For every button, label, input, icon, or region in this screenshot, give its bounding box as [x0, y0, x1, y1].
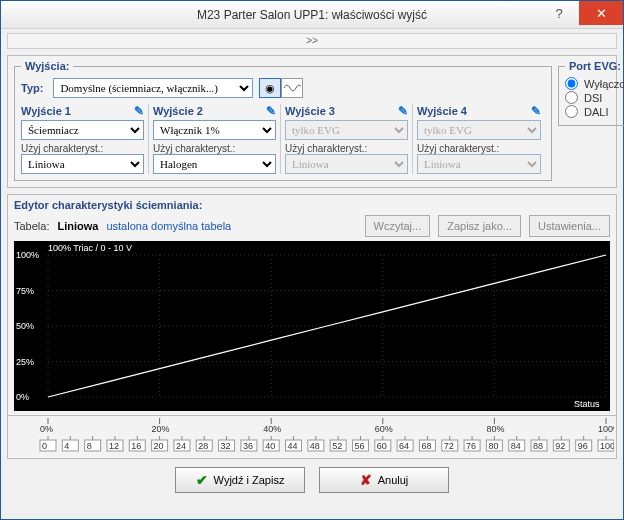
svg-text:0%: 0%	[40, 424, 53, 434]
svg-text:75%: 75%	[16, 286, 34, 296]
svg-text:100: 100	[600, 441, 614, 451]
svg-text:24: 24	[176, 441, 186, 451]
type-select[interactable]: Domyślne (ściemniacz, włącznik...)	[53, 78, 253, 98]
edit-icon[interactable]: ✎	[398, 104, 408, 118]
output-column-1: Wyjście 1✎ŚciemniaczUżyj charakteryst.:L…	[21, 104, 149, 174]
port-option-1[interactable]: DSI	[565, 91, 624, 104]
svg-text:48: 48	[310, 441, 320, 451]
expander-toggle[interactable]: >>	[7, 33, 617, 49]
svg-text:4: 4	[64, 441, 69, 451]
svg-text:44: 44	[288, 441, 298, 451]
output-name: Wyjście 2	[153, 105, 203, 117]
svg-text:25%: 25%	[16, 357, 34, 367]
outputs-legend: Wyjścia:	[21, 60, 73, 72]
port-option-0[interactable]: Wyłączone	[565, 77, 624, 90]
edit-icon[interactable]: ✎	[531, 104, 541, 118]
svg-text:12: 12	[109, 441, 119, 451]
svg-text:80: 80	[488, 441, 498, 451]
mode-icon-wave[interactable]	[281, 78, 303, 98]
output-column-3: Wyjście 3✎tylko EVGUżyj charakteryst.:Li…	[285, 104, 413, 174]
titlebar: M23 Parter Salon UPP1: właściwości wyjść…	[1, 1, 623, 29]
help-button[interactable]: ?	[539, 1, 579, 25]
output-column-4: Wyjście 4✎tylko EVGUżyj charakteryst.:Li…	[417, 104, 545, 174]
cancel-button[interactable]: ✘ Anuluj	[319, 467, 449, 493]
edit-icon[interactable]: ✎	[134, 104, 144, 118]
port-fieldset: Port EVG: WyłączoneDSIDALI	[558, 60, 624, 126]
svg-text:8: 8	[87, 441, 92, 451]
svg-text:60%: 60%	[375, 424, 393, 434]
svg-text:Status: Status	[574, 399, 600, 409]
svg-text:96: 96	[578, 441, 588, 451]
char-label: Użyj charakteryst.:	[153, 143, 276, 154]
svg-text:80%: 80%	[486, 424, 504, 434]
mode-icon-default[interactable]: ◉	[259, 78, 281, 98]
svg-text:76: 76	[466, 441, 476, 451]
svg-text:0%: 0%	[16, 392, 29, 402]
svg-text:16: 16	[131, 441, 141, 451]
output-name: Wyjście 4	[417, 105, 467, 117]
svg-text:40%: 40%	[263, 424, 281, 434]
load-button[interactable]: Wczytaj...	[365, 215, 431, 237]
close-button[interactable]: ✕	[579, 1, 623, 25]
outputs-fieldset: Wyjścia: Typ: Domyślne (ściemniacz, włąc…	[14, 60, 552, 181]
output-char-select[interactable]: Liniowa	[21, 154, 144, 174]
svg-text:20: 20	[154, 441, 164, 451]
type-label: Typ:	[21, 82, 43, 94]
dialog-window: M23 Parter Salon UPP1: właściwości wyjść…	[0, 0, 624, 520]
output-column-2: Wyjście 2✎Włącznik 1%Użyj charakteryst.:…	[153, 104, 281, 174]
settings-button[interactable]: Ustawienia...	[529, 215, 610, 237]
char-label: Użyj charakteryst.:	[21, 143, 144, 154]
svg-text:60: 60	[377, 441, 387, 451]
footer: ✔ Wyjdź i Zapisz ✘ Anuluj	[1, 459, 623, 501]
svg-text:40: 40	[265, 441, 275, 451]
editor-header: Edytor charakterystyki ściemniania:	[14, 199, 610, 211]
check-icon: ✔	[196, 472, 208, 488]
svg-text:20%: 20%	[152, 424, 170, 434]
chart-area: 0%25%50%75%100%100% Triac / 0 - 10 VStat…	[14, 241, 610, 411]
output-mode-select[interactable]: tylko EVG	[417, 120, 541, 140]
svg-text:100%: 100%	[598, 424, 614, 434]
outputs-panel: Wyjścia: Typ: Domyślne (ściemniacz, włąc…	[7, 55, 617, 188]
char-label: Użyj charakteryst.:	[417, 143, 541, 154]
output-char-select[interactable]: Liniowa	[417, 154, 541, 174]
svg-text:32: 32	[221, 441, 231, 451]
svg-text:64: 64	[399, 441, 409, 451]
output-char-select[interactable]: Liniowa	[285, 154, 408, 174]
tabela-name: Liniowa	[57, 220, 98, 232]
output-name: Wyjście 1	[21, 105, 71, 117]
window-title: M23 Parter Salon UPP1: właściwości wyjść	[1, 8, 623, 22]
output-mode-select[interactable]: Włącznik 1%	[153, 120, 276, 140]
svg-text:92: 92	[555, 441, 565, 451]
svg-text:68: 68	[421, 441, 431, 451]
svg-text:56: 56	[354, 441, 364, 451]
tabela-label: Tabela:	[14, 220, 49, 232]
svg-text:50%: 50%	[16, 321, 34, 331]
svg-text:52: 52	[332, 441, 342, 451]
svg-text:28: 28	[198, 441, 208, 451]
svg-text:100%: 100%	[16, 250, 39, 260]
port-legend: Port EVG:	[565, 60, 624, 72]
output-name: Wyjście 3	[285, 105, 335, 117]
svg-text:100% Triac / 0 - 10 V: 100% Triac / 0 - 10 V	[48, 243, 132, 253]
svg-text:84: 84	[511, 441, 521, 451]
x-icon: ✘	[360, 472, 372, 488]
char-label: Użyj charakteryst.:	[285, 143, 408, 154]
chart-ticks: 0%20%40%60%80%100%0481216202428323640444…	[7, 416, 617, 459]
saveas-button[interactable]: Zapisz jako...	[438, 215, 521, 237]
svg-text:72: 72	[444, 441, 454, 451]
edit-icon[interactable]: ✎	[266, 104, 276, 118]
svg-text:0: 0	[42, 441, 47, 451]
editor-panel: Edytor charakterystyki ściemniania: Tabe…	[7, 194, 617, 416]
svg-text:88: 88	[533, 441, 543, 451]
tabela-desc: ustalona domyślna tabela	[106, 220, 231, 232]
port-option-2[interactable]: DALI	[565, 105, 624, 118]
output-char-select[interactable]: Halogen	[153, 154, 276, 174]
output-mode-select[interactable]: Ściemniacz	[21, 120, 144, 140]
save-exit-button[interactable]: ✔ Wyjdź i Zapisz	[175, 467, 305, 493]
output-mode-select[interactable]: tylko EVG	[285, 120, 408, 140]
svg-text:36: 36	[243, 441, 253, 451]
